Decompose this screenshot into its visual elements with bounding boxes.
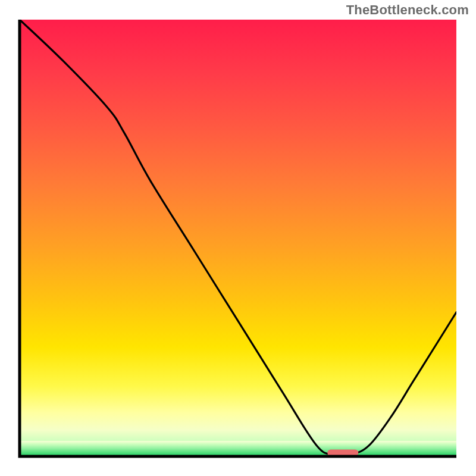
bottleneck-curve [20,20,456,456]
plot-area [20,20,456,456]
watermark-text: TheBottleneck.com [346,2,469,18]
optimal-marker [327,450,358,456]
chart-container: TheBottleneck.com [0,0,476,476]
